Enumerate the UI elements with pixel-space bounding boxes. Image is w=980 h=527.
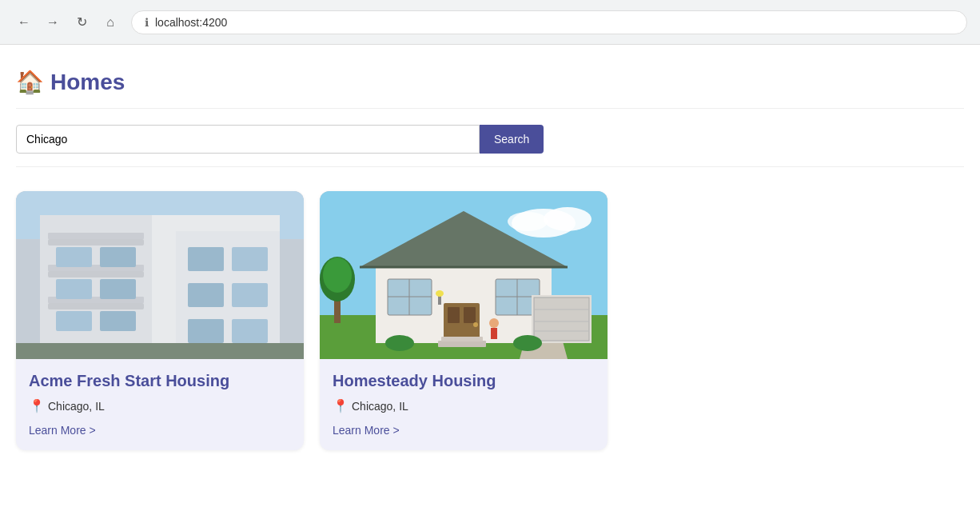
svg-rect-7 [48,271,144,277]
svg-rect-15 [100,279,136,299]
svg-point-60 [436,290,444,297]
svg-rect-20 [188,283,224,307]
search-button[interactable]: Search [480,125,544,154]
svg-point-54 [323,258,352,293]
address-bar[interactable]: ℹ localhost:4200 [131,10,967,34]
svg-rect-12 [56,247,92,267]
svg-rect-37 [464,307,476,323]
card-title-homesteady: Homesteady Housing [333,372,595,390]
svg-rect-23 [232,319,268,343]
svg-rect-19 [232,247,268,271]
card-body-acme: Acme Fresh Start Housing 📍 Chicago, IL L… [16,359,304,450]
card-location-acme: 📍 Chicago, IL [29,398,291,413]
svg-rect-14 [56,279,92,299]
reload-button[interactable]: ↻ [70,11,93,34]
pin-icon-homesteady: 📍 [333,398,349,413]
url-text: localhost:4200 [155,16,227,29]
svg-rect-16 [56,311,92,331]
svg-rect-58 [491,328,497,339]
browser-chrome: ← → ↻ ⌂ ℹ localhost:4200 [0,0,980,45]
svg-rect-48 [534,297,589,341]
svg-point-38 [473,322,478,327]
svg-rect-40 [441,337,483,341]
pin-icon-acme: 📍 [29,398,45,413]
svg-point-57 [489,318,499,328]
card-body-homesteady: Homesteady Housing 📍 Chicago, IL Learn M… [320,359,608,450]
home-button[interactable]: ⌂ [99,11,122,34]
property-card-homesteady: Homesteady Housing 📍 Chicago, IL Learn M… [320,191,608,450]
card-image-acme [16,191,304,359]
svg-rect-21 [232,283,268,307]
svg-rect-22 [188,319,224,343]
svg-rect-18 [188,247,224,271]
svg-rect-8 [48,303,144,309]
property-card-acme: Acme Fresh Start Housing 📍 Chicago, IL L… [16,191,304,450]
search-input[interactable] [16,125,480,154]
svg-rect-39 [438,341,486,347]
back-button[interactable]: ← [13,11,35,34]
card-title-acme: Acme Fresh Start Housing [29,372,291,390]
page-title: Homes [50,70,125,95]
site-header: 🏠 Homes [16,69,964,109]
svg-rect-36 [448,307,460,323]
page-content: 🏠 Homes Search [0,45,980,466]
svg-rect-9 [48,233,144,239]
cards-grid: Acme Fresh Start Housing 📍 Chicago, IL L… [16,191,964,450]
card-city-acme: Chicago, IL [48,400,105,413]
svg-point-28 [508,212,548,231]
browser-nav-buttons: ← → ↻ ⌂ [13,11,122,34]
svg-rect-13 [100,247,136,267]
info-icon: ℹ [145,16,149,29]
svg-rect-6 [48,239,144,246]
learn-more-acme[interactable]: Learn More > [29,424,96,437]
house-icon: 🏠 [16,69,44,95]
learn-more-homesteady[interactable]: Learn More > [333,424,400,437]
svg-point-55 [385,335,414,351]
search-area: Search [16,125,964,167]
card-city-homesteady: Chicago, IL [352,400,408,413]
forward-button[interactable]: → [42,11,64,34]
svg-point-27 [544,207,592,231]
svg-point-56 [513,335,542,351]
svg-rect-17 [100,311,136,331]
svg-rect-24 [16,343,304,359]
card-location-homesteady: 📍 Chicago, IL [333,398,595,413]
card-image-homesteady [320,191,608,359]
